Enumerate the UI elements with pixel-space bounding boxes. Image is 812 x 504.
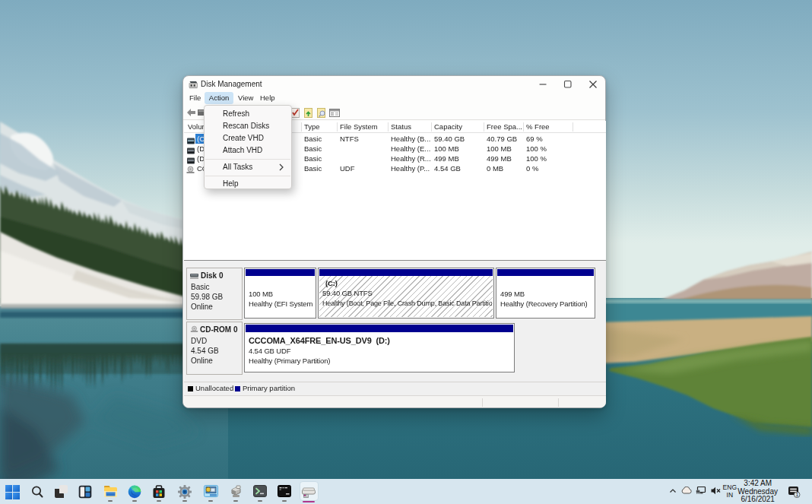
svg-text:1: 1 (795, 492, 798, 497)
